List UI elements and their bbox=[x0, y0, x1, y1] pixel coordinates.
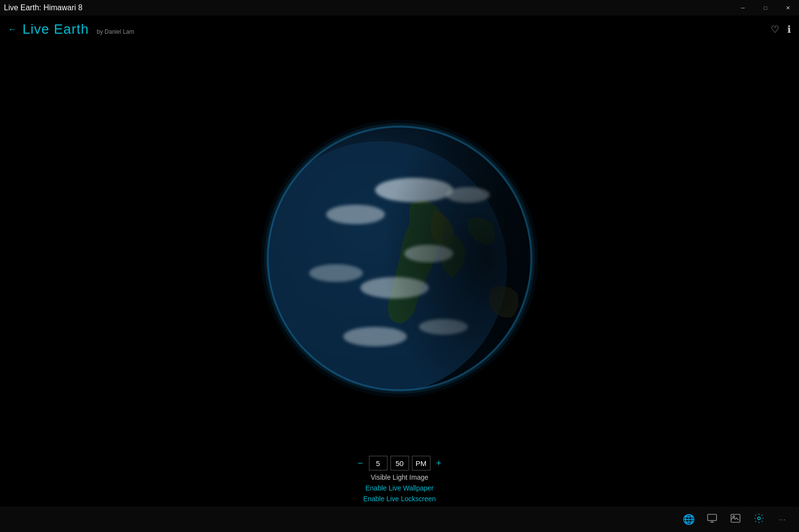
globe-toolbar-button[interactable]: 🌐 bbox=[680, 511, 697, 528]
header-left: ← Live Earth by Daniel Lam bbox=[8, 21, 134, 37]
bottom-controls: − 5 50 PM + Visible Light Image Enable L… bbox=[355, 456, 444, 503]
globe-icon: 🌐 bbox=[683, 513, 695, 525]
enable-wallpaper-button[interactable]: Enable Live Wallpaper bbox=[365, 484, 434, 492]
bottom-toolbar: 🌐 ··· bbox=[0, 507, 799, 532]
svg-point-7 bbox=[309, 264, 363, 282]
app-subtitle: by Daniel Lam bbox=[97, 28, 134, 37]
titlebar-title: Live Earth: Himawari 8 bbox=[4, 3, 83, 12]
picture-icon bbox=[730, 513, 741, 526]
monitor-toolbar-button[interactable] bbox=[703, 511, 721, 528]
time-ampm-display[interactable]: PM bbox=[412, 456, 430, 470]
time-control: − 5 50 PM + bbox=[355, 456, 444, 470]
enable-lockscreen-button[interactable]: Enable Live Lockscreen bbox=[363, 495, 436, 503]
time-hour-display[interactable]: 5 bbox=[369, 456, 387, 470]
titlebar-controls: ─ □ ✕ bbox=[732, 0, 799, 16]
settings-toolbar-button[interactable] bbox=[750, 511, 768, 528]
more-icon: ··· bbox=[779, 515, 786, 523]
app-title: Live Earth bbox=[22, 21, 89, 37]
svg-rect-11 bbox=[356, 117, 541, 400]
back-button[interactable]: ← bbox=[8, 24, 17, 35]
titlebar-left: Live Earth: Himawari 8 bbox=[0, 3, 83, 12]
time-minus-button[interactable]: − bbox=[355, 458, 366, 468]
titlebar: Live Earth: Himawari 8 ─ □ ✕ bbox=[0, 0, 799, 16]
close-button[interactable]: ✕ bbox=[777, 0, 799, 16]
picture-toolbar-button[interactable] bbox=[727, 511, 744, 528]
svg-rect-15 bbox=[708, 514, 716, 520]
minimize-button[interactable]: ─ bbox=[732, 0, 754, 16]
time-minute-display[interactable]: 50 bbox=[390, 456, 409, 470]
settings-icon bbox=[754, 513, 764, 526]
earth-globe bbox=[258, 117, 541, 400]
svg-point-18 bbox=[757, 517, 760, 520]
image-type-label: Visible Light Image bbox=[371, 473, 428, 481]
more-toolbar-button[interactable]: ··· bbox=[774, 511, 791, 528]
header-right: ♡ ℹ bbox=[771, 23, 791, 35]
app-header: ← Live Earth by Daniel Lam ♡ ℹ bbox=[0, 16, 799, 43]
time-plus-button[interactable]: + bbox=[433, 458, 444, 468]
heart-button[interactable]: ♡ bbox=[771, 23, 779, 35]
maximize-button[interactable]: □ bbox=[754, 0, 777, 16]
monitor-icon bbox=[707, 513, 717, 526]
info-button[interactable]: ℹ bbox=[787, 23, 791, 35]
svg-point-17 bbox=[733, 515, 735, 517]
